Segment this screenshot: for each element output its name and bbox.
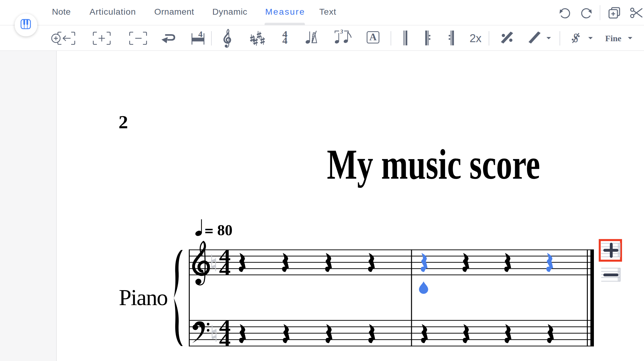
svg-text:My music score: My music score [327, 141, 540, 188]
svg-text:Note: Note [52, 7, 71, 16]
svg-text:Ornament: Ornament [154, 7, 194, 16]
svg-text:4: 4 [219, 329, 231, 350]
svg-text:2: 2 [119, 111, 128, 132]
svg-text:4: 4 [219, 258, 231, 279]
svg-text:2x: 2x [470, 32, 482, 45]
svg-text:Text: Text [319, 7, 336, 16]
svg-text:Articulation: Articulation [90, 7, 136, 16]
svg-text:Fine: Fine [605, 34, 621, 43]
svg-text:Piano: Piano [119, 285, 168, 310]
svg-text:A: A [369, 31, 377, 42]
svg-text:4: 4 [198, 29, 203, 39]
svg-text:Measure: Measure [265, 7, 304, 16]
svg-text:Dynamic: Dynamic [212, 7, 247, 16]
svg-text:3: 3 [340, 28, 343, 35]
svg-text:80: 80 [217, 221, 232, 239]
svg-text:4: 4 [282, 36, 287, 46]
